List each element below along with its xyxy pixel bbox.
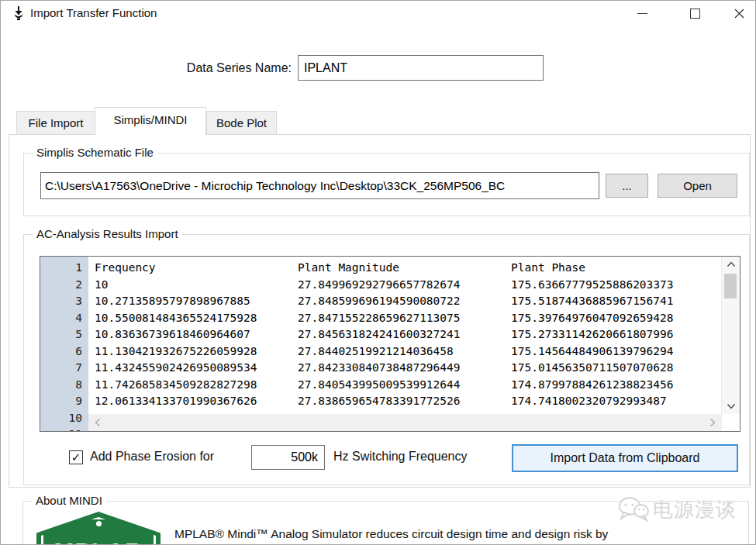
tab-simplis-mindi[interactable]: Simplis/MINDI <box>95 107 206 135</box>
minimize-icon <box>637 13 647 14</box>
schematic-file-group: Simplis Schematic File ... Open <box>23 153 750 216</box>
chat-bubbles-icon <box>617 496 650 523</box>
switching-frequency-suffix-label: Hz Switching Frequency <box>333 450 468 464</box>
table-row: 912.06133413370199036762627.838659654783… <box>40 393 740 410</box>
schematic-path-input[interactable] <box>40 172 599 199</box>
table-row: 1FrequencyPlant MagnitudePlant Phase <box>40 260 740 277</box>
scroll-down-arrow-icon[interactable] <box>722 399 740 413</box>
horizontal-scrollbar[interactable] <box>88 414 722 431</box>
data-series-input[interactable] <box>298 55 544 81</box>
scroll-up-arrow-icon[interactable] <box>722 257 740 271</box>
table-row: 711.43245590242695008953427.842330840738… <box>40 360 740 377</box>
minimize-button[interactable] <box>624 1 660 26</box>
close-icon <box>734 9 744 19</box>
watermark: 电源漫谈 <box>617 493 753 526</box>
table-row: 310.2713589579789896788527.8485996961945… <box>40 293 740 310</box>
mplab-logo-text: MPLAB <box>36 539 161 545</box>
watermark-text: 电源漫谈 <box>653 496 737 523</box>
about-mindi-group-label: About MINDI <box>32 494 106 507</box>
vertical-scrollbar-thumb[interactable] <box>724 274 737 298</box>
maximize-icon <box>690 9 700 19</box>
ac-results-rows: 1FrequencyPlant MagnitudePlant Phase 210… <box>40 260 740 432</box>
about-mindi-description: MPLAB® Mindi™ Analog Simulator reduces c… <box>174 527 733 541</box>
table-row: 410.55008148436552417592827.847155228659… <box>40 310 740 327</box>
tab-bode-plot[interactable]: Bode Plot <box>206 111 277 135</box>
vertical-scrollbar[interactable] <box>721 257 740 414</box>
ac-analysis-group-label: AC-Analysis Results Import <box>33 227 182 240</box>
tab-file-import[interactable]: File Import <box>16 111 95 135</box>
table-row: 21027.849969292796657782674175.636677795… <box>40 277 740 294</box>
ac-results-text-area[interactable]: 1FrequencyPlant MagnitudePlant Phase 210… <box>40 256 740 432</box>
browse-button[interactable]: ... <box>606 174 648 198</box>
mplab-logo-dot <box>96 521 102 526</box>
scroll-left-arrow-icon[interactable] <box>90 414 105 431</box>
import-data-from-clipboard-button[interactable]: Import Data from Clipboard <box>512 444 738 472</box>
browse-button-label: ... <box>622 179 632 192</box>
maximize-button[interactable] <box>677 1 713 26</box>
data-series-label: Data Series Name: <box>117 61 292 75</box>
window-title: Import Transfer Function <box>30 1 157 26</box>
import-arrow-icon <box>12 5 25 21</box>
table-row: 811.74268583450928282729827.840543995009… <box>40 377 740 394</box>
checkmark-icon: ✓ <box>71 452 81 464</box>
schematic-file-group-label: Simplis Schematic File <box>33 146 157 159</box>
phase-erosion-label: Add Phase Erosion for <box>90 450 214 464</box>
close-button[interactable] <box>721 1 756 26</box>
table-row: 611.13042193267522605992827.844025199212… <box>40 343 740 360</box>
open-button-label: Open <box>683 179 712 192</box>
titlebar[interactable]: Import Transfer Function <box>1 1 755 26</box>
open-button[interactable]: Open <box>658 174 737 198</box>
import-transfer-function-dialog: Import Transfer Function Data Series Nam… <box>0 0 756 545</box>
tab-page-simplis-mindi: Simplis Schematic File ... Open AC-Analy… <box>9 134 751 488</box>
add-phase-erosion-checkbox[interactable]: ✓ <box>69 450 83 464</box>
table-row: 510.8363673961846096460727.8456318242416… <box>40 326 740 343</box>
switching-frequency-input[interactable] <box>251 445 325 470</box>
mplab-logo: MPLAB <box>36 512 161 545</box>
scroll-right-arrow-icon[interactable] <box>705 414 720 431</box>
import-button-label: Import Data from Clipboard <box>551 451 700 465</box>
